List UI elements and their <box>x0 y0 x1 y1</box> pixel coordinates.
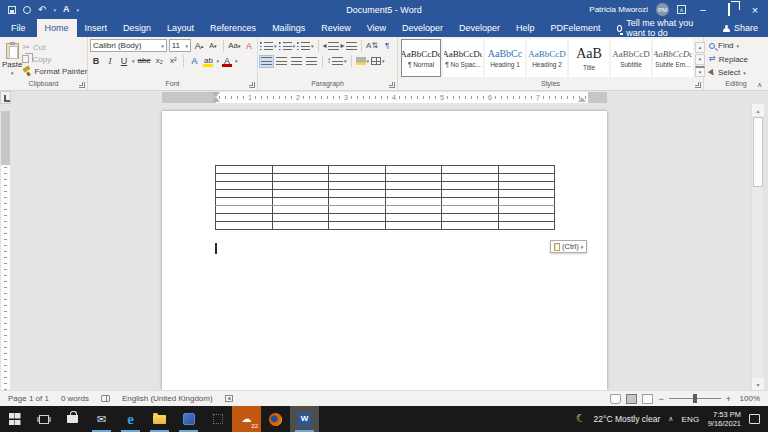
document-table[interactable] <box>215 165 555 230</box>
table-cell[interactable] <box>385 174 442 182</box>
font-dialog-launcher-icon[interactable] <box>249 82 255 88</box>
table-cell[interactable] <box>329 198 386 206</box>
undo-dropdown-icon[interactable]: ▾ <box>53 7 56 13</box>
paste-button[interactable]: Paste ▾ <box>2 39 22 79</box>
table-row[interactable] <box>216 214 555 222</box>
line-spacing-button[interactable]: ↕▾ <box>327 56 347 67</box>
taskbar-store-button[interactable] <box>58 406 87 432</box>
tray-chevron-icon[interactable]: ∧ <box>668 415 673 423</box>
ribbon-display-options-icon[interactable]: ∧ <box>677 5 686 14</box>
table-cell[interactable] <box>329 190 386 198</box>
table-cell[interactable] <box>442 174 499 182</box>
table-cell[interactable] <box>498 166 555 174</box>
table-cell[interactable] <box>498 190 555 198</box>
taskbar-weather-button[interactable]: ☁22 <box>232 406 261 432</box>
taskbar-task-view-button[interactable] <box>29 406 58 432</box>
action-center-icon[interactable] <box>749 414 760 424</box>
language-indicator[interactable]: English (United Kingdom) <box>122 394 213 403</box>
table-cell[interactable] <box>385 214 442 222</box>
proofing-icon[interactable] <box>101 395 110 402</box>
align-center-button[interactable] <box>275 56 288 67</box>
avatar[interactable]: PM <box>656 3 669 16</box>
decrease-indent-button[interactable]: ◂ <box>323 41 339 52</box>
table-cell[interactable] <box>385 190 442 198</box>
table-cell[interactable] <box>272 182 329 190</box>
underline-button[interactable]: U <box>118 54 130 67</box>
taskbar-word-button[interactable]: W <box>290 406 319 432</box>
tray-language[interactable]: ENG <box>681 415 699 424</box>
word-count[interactable]: 0 words <box>61 394 89 403</box>
zoom-level[interactable]: 100% <box>736 394 760 403</box>
shrink-font-button[interactable]: A▾ <box>207 39 219 52</box>
tab-design[interactable]: Design <box>115 19 159 37</box>
undo-icon[interactable]: ↶ <box>38 5 46 15</box>
table-cell[interactable] <box>442 214 499 222</box>
table-cell[interactable] <box>272 206 329 214</box>
strikethrough-button[interactable]: abc <box>137 54 152 67</box>
style-heading-2[interactable]: AaBbCcDHeading 2 <box>527 39 567 77</box>
format-painter-button[interactable]: Format Painter <box>22 65 87 77</box>
tab-references[interactable]: References <box>202 19 264 37</box>
tab-help[interactable]: Help <box>508 19 543 37</box>
grow-font-button[interactable]: A▴ <box>193 39 205 52</box>
scroll-up-icon[interactable]: ▴ <box>752 104 764 116</box>
increase-indent-button[interactable]: ▸ <box>341 41 357 52</box>
tab-review[interactable]: Review <box>313 19 359 37</box>
font-family-select[interactable]: Calibri (Body)▾ <box>90 39 167 52</box>
table-cell[interactable] <box>329 222 386 230</box>
sort-button[interactable]: A⇅ <box>366 41 379 52</box>
table-cell[interactable] <box>329 166 386 174</box>
change-case-button[interactable]: Aa▾ <box>228 39 241 52</box>
show-paragraph-marks-button[interactable]: ¶ <box>381 41 394 52</box>
style--no-spac-[interactable]: AaBbCcDc¶ No Spac... <box>443 39 483 77</box>
table-cell[interactable] <box>272 198 329 206</box>
horizontal-ruler[interactable]: 1234567 <box>0 91 768 104</box>
borders-button[interactable]: ▾ <box>371 56 385 67</box>
print-layout-button[interactable] <box>626 394 637 404</box>
moon-weather-icon[interactable]: ☾ <box>576 412 586 425</box>
font-size-select[interactable]: 11▾ <box>169 39 191 52</box>
close-button[interactable]: × <box>746 4 764 16</box>
minimize-button[interactable]: – <box>694 4 712 15</box>
bold-button[interactable]: B <box>90 54 102 67</box>
subscript-button[interactable]: x₂ <box>153 54 165 67</box>
table-row[interactable] <box>216 166 555 174</box>
styles-dialog-launcher-icon[interactable] <box>695 82 701 88</box>
table-cell[interactable] <box>498 198 555 206</box>
table-cell[interactable] <box>216 166 273 174</box>
tab-developer[interactable]: Developer <box>394 19 451 37</box>
table-cell[interactable] <box>442 198 499 206</box>
shading-button[interactable]: ▾ <box>356 56 370 67</box>
table-row[interactable] <box>216 190 555 198</box>
scrollbar-thumb[interactable] <box>753 117 763 187</box>
style-subtitle[interactable]: AaBbCcDSubtitle <box>611 39 651 77</box>
table-cell[interactable] <box>272 190 329 198</box>
qat-customize-icon[interactable]: ▾ <box>76 7 79 13</box>
copy-button[interactable]: Copy <box>22 53 87 65</box>
vertical-ruler[interactable] <box>0 104 11 390</box>
find-button[interactable]: Find▾ <box>709 40 768 51</box>
macro-record-icon[interactable] <box>225 395 233 402</box>
save-icon[interactable] <box>8 6 16 14</box>
taskbar-edge-button[interactable]: e <box>116 406 145 432</box>
taskbar-firefox-button[interactable] <box>261 406 290 432</box>
table-cell[interactable] <box>216 174 273 182</box>
table-cell[interactable] <box>385 166 442 174</box>
read-mode-button[interactable] <box>610 394 621 404</box>
align-left-button[interactable] <box>260 56 273 67</box>
tab-developer[interactable]: Developer <box>451 19 508 37</box>
paste-dropdown-icon[interactable]: ▾ <box>11 70 14 76</box>
table-cell[interactable] <box>216 190 273 198</box>
font-color-button[interactable]: A <box>221 54 233 67</box>
multilevel-list-button[interactable]: ▾ <box>297 41 314 52</box>
table-cell[interactable] <box>385 198 442 206</box>
table-cell[interactable] <box>329 174 386 182</box>
table-row[interactable] <box>216 174 555 182</box>
table-row[interactable] <box>216 206 555 214</box>
style-subtle-em-[interactable]: AaBbCcDcSubtle Em... <box>653 39 693 77</box>
table-cell[interactable] <box>272 174 329 182</box>
select-button[interactable]: Select▾ <box>709 67 768 78</box>
tray-weather-text[interactable]: 22°C Mostly clear <box>594 414 661 424</box>
tray-clock[interactable]: 7:53 PM 9/16/2021 <box>708 410 741 429</box>
table-cell[interactable] <box>216 182 273 190</box>
